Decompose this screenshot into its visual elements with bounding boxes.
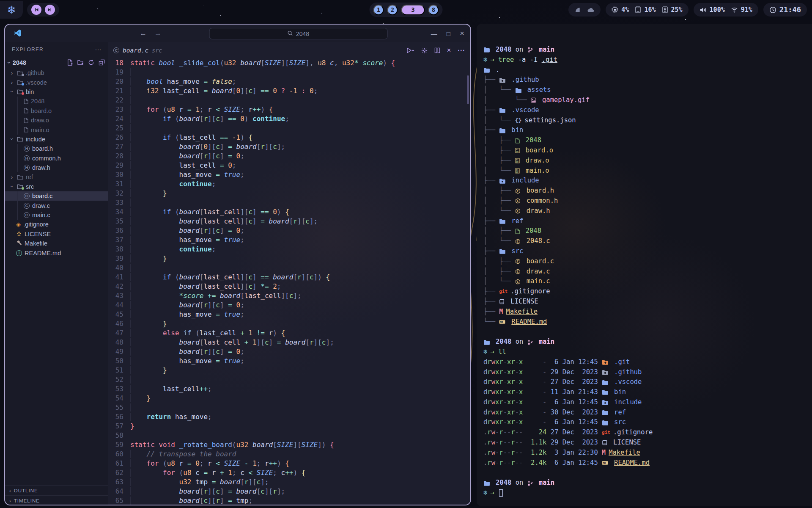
- tree-entry-name: board.o: [526, 146, 553, 156]
- close-editor-icon[interactable]: ×: [447, 46, 451, 55]
- nav-forward-button[interactable]: →: [154, 29, 162, 38]
- explorer-item-draw.c[interactable]: Cdraw.c: [5, 201, 108, 210]
- explorer-item-.github[interactable]: ›.github: [5, 68, 108, 77]
- command-center-search[interactable]: 2048: [209, 28, 387, 39]
- terminal-content[interactable]: 2048 on main❄→ tree -a -I .git.├── .gith…: [477, 24, 812, 498]
- search-value: 2048: [296, 30, 309, 37]
- explorer-item-include[interactable]: ›include: [5, 135, 108, 144]
- minimize-button[interactable]: —: [431, 30, 437, 37]
- workspace-pill-3[interactable]: 3: [401, 5, 425, 15]
- h-file-icon: H: [24, 155, 30, 161]
- media-next-button[interactable]: [45, 5, 55, 15]
- nav-back-button[interactable]: ←: [140, 29, 147, 38]
- modified-date: 6 Jan 12:45: [551, 458, 602, 468]
- explorer-item-ref[interactable]: ›ref: [5, 172, 108, 182]
- refresh-icon[interactable]: [88, 59, 94, 66]
- explorer-item-common.h[interactable]: Hcommon.h: [5, 154, 108, 163]
- gear-folder-icon: [499, 178, 508, 184]
- svg-text:C: C: [517, 210, 518, 213]
- explorer-item-board.o[interactable]: board.o: [5, 106, 108, 116]
- book-icon: [499, 299, 508, 304]
- line-number: 47: [108, 329, 130, 338]
- terminal-input-line[interactable]: ❄→: [483, 488, 805, 498]
- line-number: 28: [108, 152, 130, 161]
- prompt-arrow-icon: →: [490, 347, 498, 357]
- close-button[interactable]: ×: [460, 29, 464, 38]
- workspace-pill-8[interactable]: 8: [428, 5, 439, 15]
- breadcrumb-path[interactable]: src: [152, 47, 162, 54]
- maximize-button[interactable]: □: [447, 30, 450, 37]
- folder-icon: [515, 88, 524, 93]
- file-icon: [24, 118, 28, 123]
- explorer-item-board.h[interactable]: Hboard.h: [5, 144, 108, 153]
- svg-text:C: C: [517, 280, 518, 284]
- c-file-icon: C: [113, 47, 119, 53]
- modified-date: 29 Dec 2023: [551, 367, 602, 378]
- editor-scrollbar[interactable]: [467, 75, 469, 104]
- active-tab-filename[interactable]: board.c: [123, 47, 148, 54]
- explorer-item-main.c[interactable]: Cmain.c: [5, 210, 108, 220]
- explorer-item-.vscode[interactable]: ›.vscode: [5, 77, 108, 87]
- collapse-all-icon[interactable]: [99, 59, 105, 66]
- editor-more-icon[interactable]: ···: [458, 47, 466, 54]
- ll-output-row: drwxr-xr-x - 6 Jan 12:45 src: [483, 417, 805, 428]
- tree-output-row: ├── .github: [483, 75, 805, 85]
- explorer-item-README.md[interactable]: iREADME.md: [5, 248, 108, 257]
- split-editor-icon[interactable]: [434, 47, 440, 53]
- system-stats[interactable]: 4% 16% 25%: [606, 3, 688, 17]
- line-number: 55: [108, 403, 130, 412]
- run-debug-button[interactable]: [406, 47, 414, 53]
- chevron-right-icon: ›: [9, 79, 14, 86]
- tree-entry-name: .gitignore: [510, 287, 550, 297]
- explorer-item-draw.h[interactable]: Hdraw.h: [5, 163, 108, 172]
- weather-widget[interactable]: [568, 3, 601, 17]
- ll-entry-name: Makefile: [609, 448, 640, 458]
- new-folder-icon[interactable]: [77, 59, 84, 66]
- explorer-item-board.c[interactable]: Cboard.c: [5, 191, 108, 201]
- explorer-item-LICENSE[interactable]: LICENSE: [5, 229, 108, 239]
- terminal-window: 2048 on main❄→ tree -a -I .git.├── .gith…: [477, 24, 812, 506]
- prompt-git-branch: main: [539, 478, 554, 488]
- explorer-item-.gitignore[interactable]: ◈.gitignore: [5, 220, 108, 229]
- explorer-item-bin[interactable]: ›bin: [5, 87, 108, 97]
- explorer-item-2048[interactable]: 2048: [5, 97, 108, 106]
- tree-output-row: │ └── Cmain.c: [483, 276, 805, 287]
- tree-entry-name: draw.c: [527, 267, 550, 277]
- new-file-icon[interactable]: [67, 59, 73, 66]
- terminal-cursor: [499, 489, 503, 497]
- outline-panel[interactable]: ›OUTLINE: [5, 485, 108, 495]
- workspace-pill-1[interactable]: 1: [373, 5, 384, 15]
- permissions: drwxr-xr-x: [483, 367, 523, 378]
- svg-text:MD: MD: [500, 320, 503, 323]
- line-number: 23: [108, 105, 130, 114]
- ll-entry-name: src: [614, 417, 626, 428]
- editor-settings-icon[interactable]: [421, 47, 428, 54]
- clock-widget[interactable]: 21:46: [763, 3, 807, 17]
- explorer-item-label: .vscode: [26, 79, 47, 86]
- code-line-26: 26 if (last_cell == -1) {: [108, 133, 470, 142]
- tree-output-row: │ ├── 2048: [483, 135, 805, 146]
- tree-output-row: │ └── gameplay.gif: [483, 95, 805, 105]
- ll-output-row: drwxr-xr-x - 29 Dec 2023 .github: [483, 367, 805, 378]
- explorer-item-Makefile[interactable]: Makefile: [5, 239, 108, 248]
- tree-output-row: │ └── Cdraw.h: [483, 206, 805, 216]
- folder-icon: [499, 218, 508, 224]
- media-prev-button[interactable]: [31, 5, 41, 15]
- audio-network[interactable]: 100% 91%: [694, 3, 758, 17]
- explorer-item-main.o[interactable]: main.o: [5, 125, 108, 134]
- code-line-45: 45 has_move = true;: [108, 310, 470, 319]
- terminal-command: ❄→ tree -a -I .git: [483, 55, 805, 65]
- code-content[interactable]: 18static bool _slide_col(u32 board[SIZE]…: [108, 58, 470, 505]
- explorer-item-src[interactable]: ›src: [5, 182, 108, 191]
- ll-output-row: .rw-r--r-- 24 27 Dec 2023 git.gitignore: [483, 428, 805, 438]
- explorer-more-icon[interactable]: ···: [95, 47, 102, 52]
- explorer-item-draw.o[interactable]: draw.o: [5, 116, 108, 125]
- snowflake-icon[interactable]: ❄: [0, 1, 23, 19]
- workspace-pill-2[interactable]: 2: [387, 5, 398, 15]
- timeline-panel[interactable]: ›TIMELINE: [5, 495, 108, 505]
- tree-output-row: └── MDREADME.md: [483, 317, 805, 327]
- workspace-root-item[interactable]: › 2048: [5, 57, 108, 68]
- ll-output-row: .rw-r--r-- 2.4k 6 Jan 12:45 MDREADME.md: [483, 458, 805, 468]
- tree-entry-name: 2048: [526, 226, 541, 236]
- license-scales-icon: [16, 231, 22, 237]
